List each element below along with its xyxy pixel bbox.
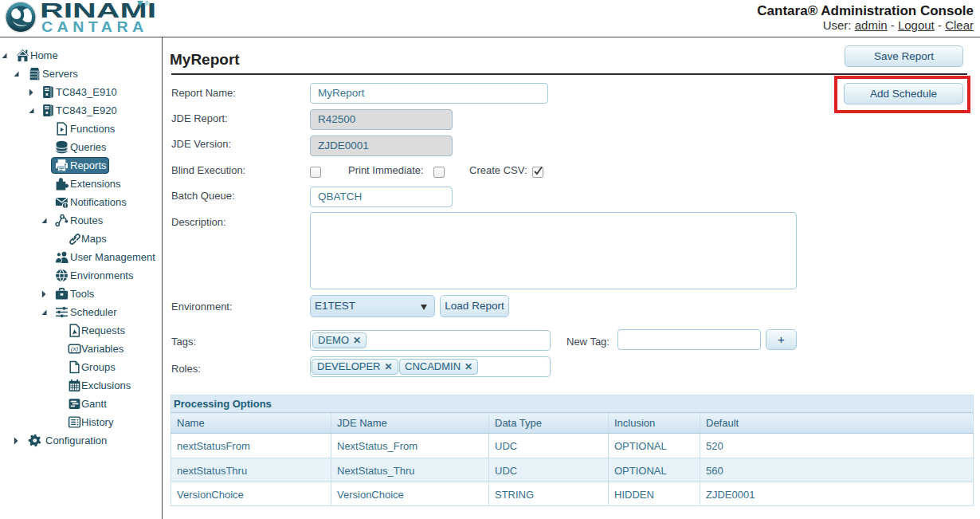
- svg-text:(x): (x): [71, 345, 79, 352]
